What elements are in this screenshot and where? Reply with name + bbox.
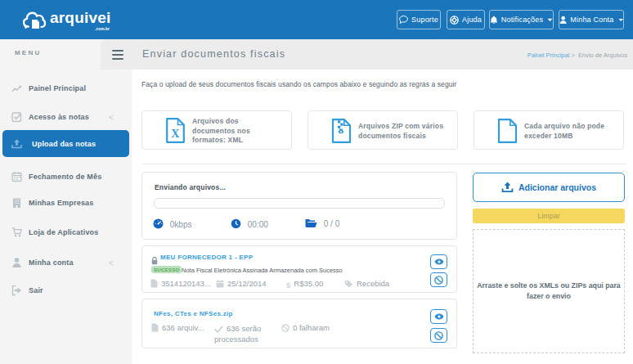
- svg-text:X: X: [171, 128, 179, 140]
